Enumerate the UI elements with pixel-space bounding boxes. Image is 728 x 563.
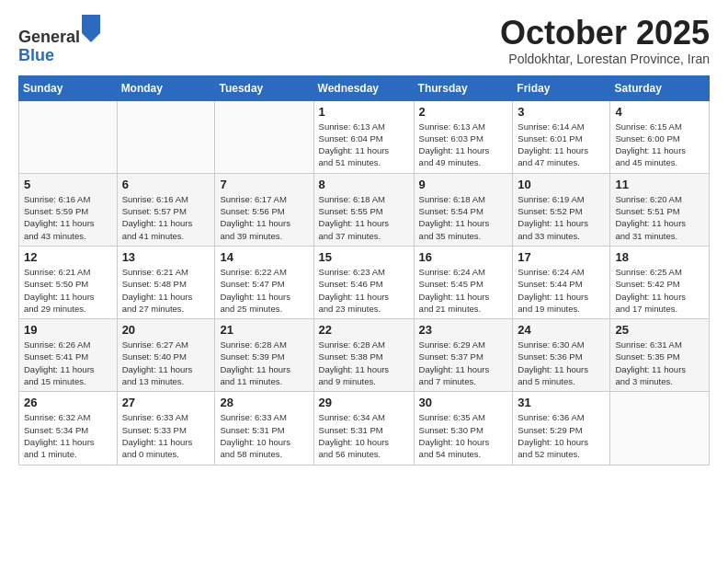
day-num-1-5: 10 — [518, 178, 605, 191]
day-info-3-4: Sunrise: 6:29 AM Sunset: 5:37 PM Dayligh… — [419, 339, 508, 387]
cell-0-1 — [117, 100, 215, 173]
logo-text: General Blue — [18, 15, 100, 65]
day-info-0-5: Sunrise: 6:14 AM Sunset: 6:01 PM Dayligh… — [518, 121, 605, 169]
cell-4-6 — [610, 392, 710, 465]
cell-3-1: 20Sunrise: 6:27 AM Sunset: 5:40 PM Dayli… — [117, 319, 215, 392]
header-friday: Friday — [513, 75, 610, 100]
day-info-2-0: Sunrise: 6:21 AM Sunset: 5:50 PM Dayligh… — [24, 266, 112, 315]
day-info-2-1: Sunrise: 6:21 AM Sunset: 5:48 PM Dayligh… — [122, 266, 210, 315]
day-info-3-5: Sunrise: 6:30 AM Sunset: 5:36 PM Dayligh… — [518, 339, 605, 387]
cell-4-4: 30Sunrise: 6:35 AM Sunset: 5:30 PM Dayli… — [414, 392, 513, 465]
header-saturday: Saturday — [610, 75, 710, 100]
cell-1-4: 9Sunrise: 6:18 AM Sunset: 5:54 PM Daylig… — [414, 173, 513, 246]
cell-3-5: 24Sunrise: 6:30 AM Sunset: 5:36 PM Dayli… — [513, 319, 610, 392]
day-num-2-1: 13 — [122, 250, 210, 264]
day-num-3-4: 23 — [419, 323, 508, 337]
day-num-3-6: 25 — [615, 323, 704, 337]
day-num-4-1: 27 — [122, 396, 210, 409]
cell-3-2: 21Sunrise: 6:28 AM Sunset: 5:39 PM Dayli… — [215, 319, 313, 392]
day-info-1-4: Sunrise: 6:18 AM Sunset: 5:54 PM Dayligh… — [419, 193, 508, 242]
cell-2-0: 12Sunrise: 6:21 AM Sunset: 5:50 PM Dayli… — [19, 246, 118, 318]
header: General Blue October 2025 Poldokhtar, Lo… — [18, 15, 710, 66]
page: General Blue October 2025 Poldokhtar, Lo… — [0, 0, 728, 484]
logo-general: General — [18, 28, 80, 46]
header-wednesday: Wednesday — [313, 75, 414, 100]
day-info-1-0: Sunrise: 6:16 AM Sunset: 5:59 PM Dayligh… — [24, 193, 112, 242]
logo-icon — [82, 15, 100, 42]
logo-blue: Blue — [18, 46, 54, 64]
header-monday: Monday — [117, 75, 215, 100]
day-num-3-0: 19 — [24, 323, 112, 337]
day-num-1-4: 9 — [419, 178, 508, 191]
cell-0-3: 1Sunrise: 6:13 AM Sunset: 6:04 PM Daylig… — [313, 100, 414, 173]
day-num-3-5: 24 — [518, 323, 605, 337]
day-info-4-0: Sunrise: 6:32 AM Sunset: 5:34 PM Dayligh… — [24, 411, 112, 460]
cell-3-4: 23Sunrise: 6:29 AM Sunset: 5:37 PM Dayli… — [414, 319, 513, 392]
week-row-1: 5Sunrise: 6:16 AM Sunset: 5:59 PM Daylig… — [19, 173, 710, 246]
cell-1-0: 5Sunrise: 6:16 AM Sunset: 5:59 PM Daylig… — [19, 173, 118, 246]
week-row-2: 12Sunrise: 6:21 AM Sunset: 5:50 PM Dayli… — [19, 246, 710, 318]
day-info-1-3: Sunrise: 6:18 AM Sunset: 5:55 PM Dayligh… — [319, 193, 409, 242]
day-info-2-3: Sunrise: 6:23 AM Sunset: 5:46 PM Dayligh… — [319, 266, 409, 315]
week-row-4: 26Sunrise: 6:32 AM Sunset: 5:34 PM Dayli… — [19, 392, 710, 465]
day-num-0-5: 3 — [518, 105, 605, 119]
day-num-4-0: 26 — [24, 396, 112, 409]
cell-4-5: 31Sunrise: 6:36 AM Sunset: 5:29 PM Dayli… — [513, 392, 610, 465]
day-info-1-2: Sunrise: 6:17 AM Sunset: 5:56 PM Dayligh… — [220, 193, 308, 242]
day-info-3-2: Sunrise: 6:28 AM Sunset: 5:39 PM Dayligh… — [220, 339, 308, 387]
cell-2-4: 16Sunrise: 6:24 AM Sunset: 5:45 PM Dayli… — [414, 246, 513, 318]
header-tuesday: Tuesday — [215, 75, 313, 100]
day-info-4-5: Sunrise: 6:36 AM Sunset: 5:29 PM Dayligh… — [518, 411, 605, 460]
day-num-3-2: 21 — [220, 323, 308, 337]
day-num-1-6: 11 — [615, 178, 704, 191]
day-num-3-1: 20 — [122, 323, 210, 337]
cell-0-6: 4Sunrise: 6:15 AM Sunset: 6:00 PM Daylig… — [610, 100, 710, 173]
day-info-3-3: Sunrise: 6:28 AM Sunset: 5:38 PM Dayligh… — [319, 339, 409, 387]
week-row-3: 19Sunrise: 6:26 AM Sunset: 5:41 PM Dayli… — [19, 319, 710, 392]
day-info-0-3: Sunrise: 6:13 AM Sunset: 6:04 PM Dayligh… — [319, 121, 409, 169]
day-num-2-4: 16 — [419, 250, 508, 264]
day-num-4-2: 28 — [220, 396, 308, 409]
cell-0-4: 2Sunrise: 6:13 AM Sunset: 6:03 PM Daylig… — [414, 100, 513, 173]
day-info-0-6: Sunrise: 6:15 AM Sunset: 6:00 PM Dayligh… — [615, 121, 704, 169]
cell-2-6: 18Sunrise: 6:25 AM Sunset: 5:42 PM Dayli… — [610, 246, 710, 318]
day-info-2-6: Sunrise: 6:25 AM Sunset: 5:42 PM Dayligh… — [615, 266, 704, 315]
weekday-header-row: Sunday Monday Tuesday Wednesday Thursday… — [19, 75, 710, 100]
day-info-1-6: Sunrise: 6:20 AM Sunset: 5:51 PM Dayligh… — [615, 193, 704, 242]
day-info-0-4: Sunrise: 6:13 AM Sunset: 6:03 PM Dayligh… — [419, 121, 508, 169]
cell-3-0: 19Sunrise: 6:26 AM Sunset: 5:41 PM Dayli… — [19, 319, 118, 392]
day-info-4-3: Sunrise: 6:34 AM Sunset: 5:31 PM Dayligh… — [319, 411, 409, 460]
day-num-1-3: 8 — [319, 178, 409, 191]
day-num-0-6: 4 — [615, 105, 704, 119]
svg-marker-0 — [82, 15, 100, 42]
cell-1-2: 7Sunrise: 6:17 AM Sunset: 5:56 PM Daylig… — [215, 173, 313, 246]
day-num-1-0: 5 — [24, 178, 112, 191]
day-num-2-3: 15 — [319, 250, 409, 264]
day-num-3-3: 22 — [319, 323, 409, 337]
cell-2-2: 14Sunrise: 6:22 AM Sunset: 5:47 PM Dayli… — [215, 246, 313, 318]
day-num-1-1: 6 — [122, 178, 210, 191]
day-info-3-6: Sunrise: 6:31 AM Sunset: 5:35 PM Dayligh… — [615, 339, 704, 387]
day-info-2-5: Sunrise: 6:24 AM Sunset: 5:44 PM Dayligh… — [518, 266, 605, 315]
cell-4-0: 26Sunrise: 6:32 AM Sunset: 5:34 PM Dayli… — [19, 392, 118, 465]
week-row-0: 1Sunrise: 6:13 AM Sunset: 6:04 PM Daylig… — [19, 100, 710, 173]
cell-0-0 — [19, 100, 118, 173]
cell-0-2 — [215, 100, 313, 173]
header-sunday: Sunday — [19, 75, 118, 100]
day-num-4-3: 29 — [319, 396, 409, 409]
day-info-2-2: Sunrise: 6:22 AM Sunset: 5:47 PM Dayligh… — [220, 266, 308, 315]
logo: General Blue — [18, 15, 100, 65]
cell-1-5: 10Sunrise: 6:19 AM Sunset: 5:52 PM Dayli… — [513, 173, 610, 246]
day-info-4-2: Sunrise: 6:33 AM Sunset: 5:31 PM Dayligh… — [220, 411, 308, 460]
title-block: October 2025 Poldokhtar, Lorestan Provin… — [500, 15, 710, 66]
cell-2-3: 15Sunrise: 6:23 AM Sunset: 5:46 PM Dayli… — [313, 246, 414, 318]
day-info-4-4: Sunrise: 6:35 AM Sunset: 5:30 PM Dayligh… — [419, 411, 508, 460]
cell-3-6: 25Sunrise: 6:31 AM Sunset: 5:35 PM Dayli… — [610, 319, 710, 392]
day-num-2-6: 18 — [615, 250, 704, 264]
day-num-4-5: 31 — [518, 396, 605, 409]
cell-2-5: 17Sunrise: 6:24 AM Sunset: 5:44 PM Dayli… — [513, 246, 610, 318]
cell-4-1: 27Sunrise: 6:33 AM Sunset: 5:33 PM Dayli… — [117, 392, 215, 465]
day-num-1-2: 7 — [220, 178, 308, 191]
day-info-1-5: Sunrise: 6:19 AM Sunset: 5:52 PM Dayligh… — [518, 193, 605, 242]
cell-4-2: 28Sunrise: 6:33 AM Sunset: 5:31 PM Dayli… — [215, 392, 313, 465]
